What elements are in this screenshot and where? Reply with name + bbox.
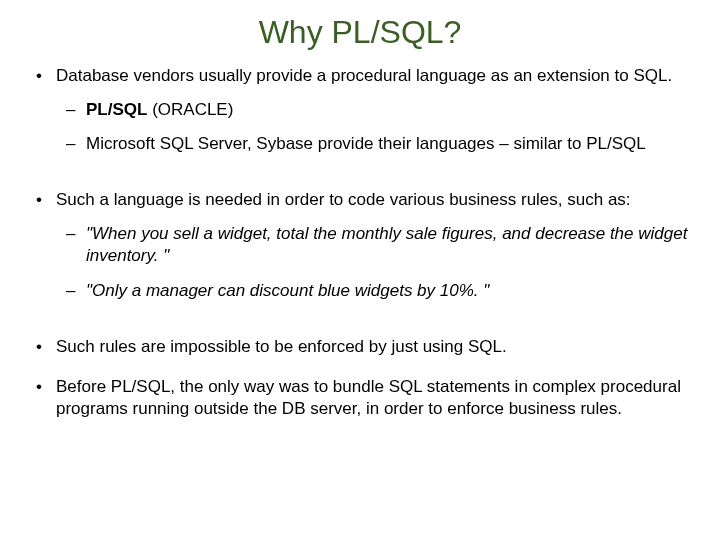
sub-item: Microsoft SQL Server, Sybase provide the… <box>56 133 690 155</box>
sub-italic: "When you sell a widget, total the month… <box>86 224 687 265</box>
slide: Why PL/SQL? Database vendors usually pro… <box>0 0 720 540</box>
sub-italic: "Only a manager can discount blue widget… <box>86 281 489 300</box>
bullet-text: Database vendors usually provide a proce… <box>56 66 672 85</box>
bullet-item: Before PL/SQL, the only way was to bundl… <box>30 376 690 420</box>
bullet-item: Such rules are impossible to be enforced… <box>30 336 690 358</box>
bullet-item: Such a language is needed in order to co… <box>30 189 690 301</box>
bullet-text: Such rules are impossible to be enforced… <box>56 337 507 356</box>
sub-list: "When you sell a widget, total the month… <box>56 223 690 301</box>
sub-item: PL/SQL (ORACLE) <box>56 99 690 121</box>
sub-item: "When you sell a widget, total the month… <box>56 223 690 267</box>
sub-list: PL/SQL (ORACLE) Microsoft SQL Server, Sy… <box>56 99 690 155</box>
sub-text: Microsoft SQL Server, Sybase provide the… <box>86 134 646 153</box>
bullet-item: Database vendors usually provide a proce… <box>30 65 690 155</box>
bullet-text: Before PL/SQL, the only way was to bundl… <box>56 377 681 418</box>
slide-title: Why PL/SQL? <box>30 14 690 51</box>
bullet-list: Database vendors usually provide a proce… <box>30 65 690 420</box>
sub-rest: (ORACLE) <box>147 100 233 119</box>
sub-strong: PL/SQL <box>86 100 147 119</box>
bullet-text: Such a language is needed in order to co… <box>56 190 631 209</box>
sub-item: "Only a manager can discount blue widget… <box>56 280 690 302</box>
